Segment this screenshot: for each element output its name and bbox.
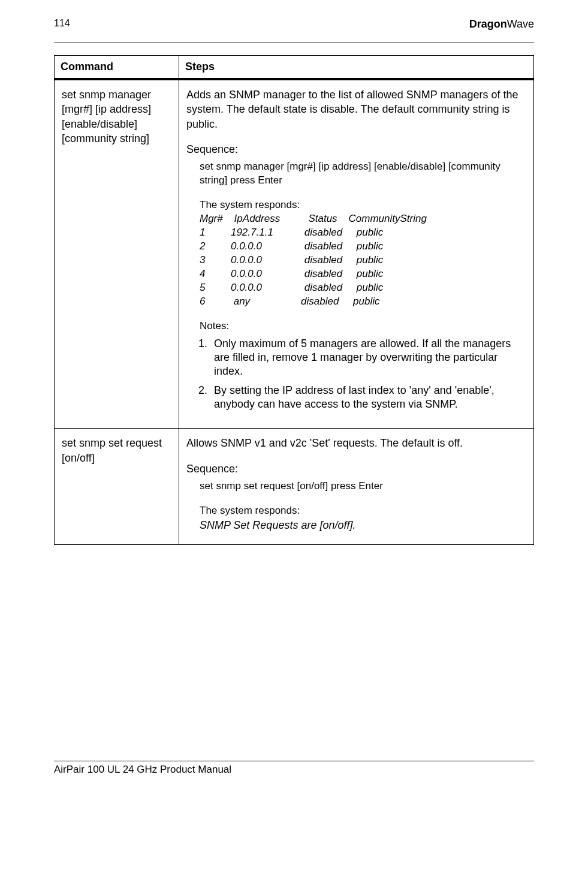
sequence-label: Sequence:: [186, 462, 526, 476]
col-header-steps: Steps: [179, 56, 534, 80]
note-item: Only maximum of 5 managers are allowed. …: [210, 337, 526, 379]
notes-list: Only maximum of 5 managers are allowed. …: [186, 337, 526, 412]
header-divider: [54, 43, 534, 43]
sequence-text: set snmp set request [on/off] press Ente…: [200, 480, 526, 493]
brand-name: DragonWave: [469, 18, 534, 31]
response-line: Mgr# IpAddress Status CommunityString: [200, 212, 526, 226]
table-row: set snmp manager [mgr#] [ip address] [en…: [55, 79, 534, 429]
sequence-text: set snmp manager [mgr#] [ip address] [en…: [200, 160, 526, 188]
sequence-label: Sequence:: [186, 142, 526, 156]
responds-label: The system responds:: [200, 504, 526, 518]
col-header-command: Command: [55, 56, 179, 80]
responds-label: The system responds:: [200, 198, 526, 212]
table-row: set snmp set request [on/off] Allows SNM…: [55, 429, 534, 545]
response-line: 6 any disabled public: [200, 295, 526, 309]
brand-rest: Wave: [507, 18, 534, 30]
brand-bold: Dragon: [469, 18, 507, 30]
header-row: 114 DragonWave: [54, 18, 534, 31]
response-line: 1 192.7.1.1 disabled public: [200, 226, 526, 240]
footer: AirPair 100 UL 24 GHz Product Manual: [54, 761, 534, 776]
command-table: Command Steps set snmp manager [mgr#] [i…: [54, 55, 534, 545]
page-number: 114: [54, 18, 70, 31]
command-cell: set snmp manager [mgr#] [ip address] [en…: [55, 79, 179, 429]
response-line: 2 0.0.0.0 disabled public: [200, 240, 526, 254]
steps-intro: Allows SNMP v1 and v2c 'Set' requests. T…: [186, 436, 526, 450]
response-line: 5 0.0.0.0 disabled public: [200, 281, 526, 295]
steps-cell: Allows SNMP v1 and v2c 'Set' requests. T…: [179, 429, 534, 545]
footer-text: AirPair 100 UL 24 GHz Product Manual: [54, 764, 231, 775]
page-content: 114 DragonWave Command Steps set snmp ma…: [0, 0, 588, 794]
notes-label: Notes:: [200, 320, 526, 333]
steps-intro: Adds an SNMP manager to the list of allo…: [186, 88, 526, 131]
steps-cell: Adds an SNMP manager to the list of allo…: [179, 79, 534, 429]
response-line: 4 0.0.0.0 disabled public: [200, 267, 526, 281]
command-cell: set snmp set request [on/off]: [55, 429, 179, 545]
response-line: 3 0.0.0.0 disabled public: [200, 254, 526, 267]
table-header-row: Command Steps: [55, 56, 534, 80]
response-line: SNMP Set Requests are [on/off].: [200, 518, 526, 532]
note-item: By setting the IP address of last index …: [210, 384, 526, 412]
